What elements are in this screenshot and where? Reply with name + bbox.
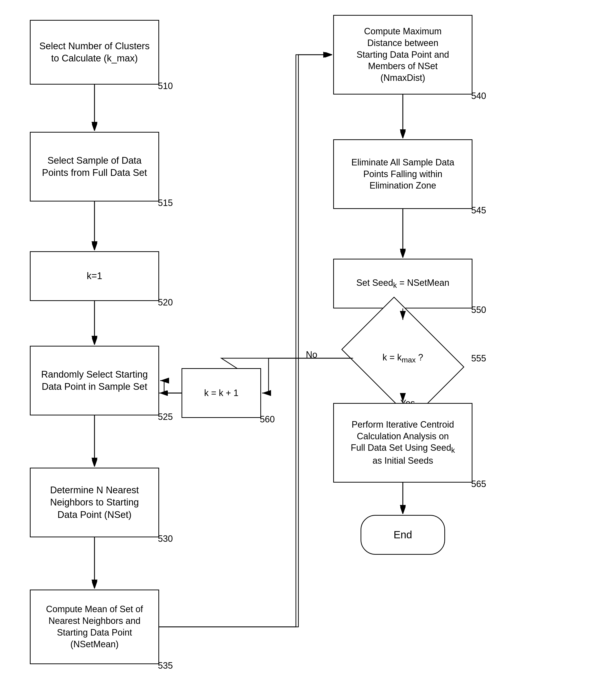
- diamond-555: k = kmax ?: [353, 321, 452, 396]
- label-530: 530: [158, 533, 173, 544]
- label-555: 555: [471, 353, 486, 364]
- box-525: Randomly Select StartingData Point in Sa…: [30, 346, 159, 416]
- box-560: k = k + 1: [182, 368, 261, 418]
- flowchart-diagram: Select Number of Clusters to Calculate (…: [0, 0, 602, 700]
- box-565: Perform Iterative CentroidCalculation An…: [333, 403, 472, 482]
- label-560: 560: [260, 414, 275, 425]
- label-520: 520: [158, 297, 173, 308]
- box-540: Compute MaximumDistance betweenStarting …: [333, 15, 472, 95]
- label-535: 535: [158, 660, 173, 671]
- box-550: Set Seedk = NSetMean: [333, 259, 472, 308]
- label-515: 515: [158, 198, 173, 208]
- label-565: 565: [471, 479, 486, 489]
- label-510: 510: [158, 81, 173, 91]
- end-box: End: [361, 515, 445, 555]
- label-525: 525: [158, 412, 173, 422]
- label-550: 550: [471, 305, 486, 315]
- box-530: Determine N NearestNeighbors to Starting…: [30, 468, 159, 537]
- box-515: Select Sample of DataPoints from Full Da…: [30, 132, 159, 201]
- box-510: Select Number of Clusters to Calculate (…: [30, 20, 159, 84]
- box-545: Eliminate All Sample DataPoints Falling …: [333, 139, 472, 209]
- label-540: 540: [471, 91, 486, 101]
- box-535: Compute Mean of Set ofNearest Neighbors …: [30, 590, 159, 664]
- label-545: 545: [471, 205, 486, 216]
- box-520: k=1: [30, 251, 159, 301]
- label-no: No: [306, 350, 317, 360]
